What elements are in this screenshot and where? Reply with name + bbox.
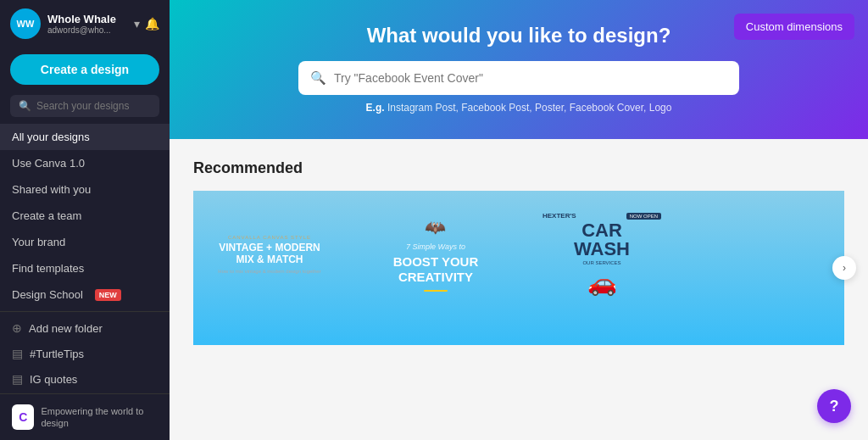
folder-icon-ig: ▤	[12, 372, 23, 386]
sidebar-search-icon: 🔍	[19, 100, 31, 112]
canva-logo: C	[12, 404, 34, 430]
sidebar-search-input[interactable]	[36, 100, 151, 112]
poster-img: HEXTER'S NOW OPEN CARWASH OUR SERVICES 🚗	[526, 191, 678, 318]
folder-icon-turtle: ▤	[12, 347, 23, 360]
brand-name: Whole Whale	[47, 13, 116, 25]
card-poster[interactable]: HEXTER'S NOW OPEN CARWASH OUR SERVICES 🚗…	[526, 191, 678, 345]
create-design-button[interactable]: Create a design	[10, 54, 159, 85]
main-content: Custom dimensions What would you like to…	[170, 0, 868, 440]
sidebar-item-shared[interactable]: Shared with you	[0, 176, 170, 203]
hero-section: Custom dimensions What would you like to…	[170, 0, 868, 139]
sidebar-item-turtle-tips[interactable]: ▤ #TurtleTips	[0, 341, 170, 366]
hero-suggestions: E.g. Instagram Post, Facebook Post, Post…	[366, 102, 672, 114]
recommended-title: Recommended	[193, 159, 844, 177]
brand-logo: WW	[10, 8, 41, 39]
header-icons: ▾ 🔔	[134, 17, 159, 31]
content-area: Recommended 📸	[170, 139, 868, 440]
dropdown-icon[interactable]: ▾	[134, 17, 140, 31]
brand-text: Whole Whale adwords@who...	[47, 13, 116, 35]
sidebar-header: WW Whole Whale adwords@who... ▾ 🔔	[0, 0, 170, 47]
hero-search-input[interactable]	[298, 61, 739, 95]
card-poster-image: HEXTER'S NOW OPEN CARWASH OUR SERVICES 🚗	[526, 191, 678, 318]
brand-info: WW Whole Whale adwords@who...	[10, 8, 116, 39]
sidebar-item-your-brand[interactable]: Your brand	[0, 229, 170, 255]
next-arrow-button[interactable]: ›	[832, 256, 856, 280]
bell-icon[interactable]: 🔔	[145, 17, 159, 31]
custom-dimensions-button[interactable]: Custom dimensions	[734, 14, 854, 40]
brand-email: adwords@who...	[47, 25, 116, 35]
sidebar-item-design-school[interactable]: Design School NEW	[0, 281, 170, 308]
help-button[interactable]: ?	[817, 389, 851, 423]
sidebar-item-use-canva[interactable]: Use Canva 1.0	[0, 150, 170, 176]
new-badge: NEW	[95, 289, 121, 301]
sidebar-item-create-team[interactable]: Create a team	[0, 203, 170, 229]
nav-items: All your designs Use Canva 1.0 Shared wi…	[0, 124, 170, 393]
sidebar-item-all-designs[interactable]: All your designs	[0, 124, 170, 150]
recommended-cards: 📸 CANVALLA CANVAS STYLE VINTAGE + MODERN…	[193, 191, 844, 345]
sidebar-item-add-folder[interactable]: ⊕ Add new folder	[0, 315, 170, 341]
hero-search-container: 🔍	[298, 61, 739, 95]
footer-tagline: Empowering the world to design	[41, 405, 158, 430]
sidebar-search-bar: 🔍	[10, 95, 159, 117]
sidebar-item-find-templates[interactable]: Find templates	[0, 255, 170, 281]
hero-search-icon: 🔍	[310, 70, 326, 86]
sidebar-footer: C Empowering the world to design	[0, 393, 170, 440]
add-folder-icon: ⊕	[12, 321, 22, 335]
sidebar-item-ig-quotes[interactable]: ▤ IG quotes	[0, 366, 170, 392]
hero-title: What would you like to design?	[367, 24, 671, 47]
sidebar: WW Whole Whale adwords@who... ▾ 🔔 Create…	[0, 0, 170, 440]
